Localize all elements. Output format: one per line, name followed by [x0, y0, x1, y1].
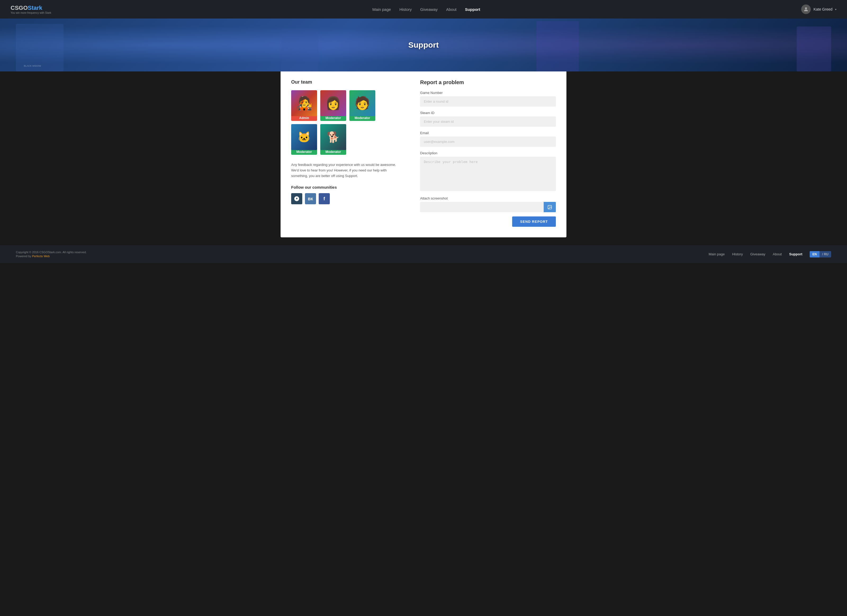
footer-nav-about[interactable]: About	[773, 252, 782, 256]
footer-nav: Main page History Giveaway About Support…	[708, 251, 831, 258]
nav-about[interactable]: About	[446, 7, 456, 12]
email-input[interactable]	[420, 137, 556, 147]
team-member-mod3: 🐱 Moderator	[291, 124, 317, 155]
team-member-mod1: 👩 Moderator	[320, 90, 346, 121]
logo[interactable]: CSGOStark You win more frequency with St…	[10, 4, 51, 14]
team-member-mod4: 🐕 Moderator	[320, 124, 346, 155]
page-wrapper: Our team 🧝 Admin 👩 Moderator	[273, 69, 574, 237]
user-icon	[803, 6, 809, 12]
hero-figure-left	[16, 24, 63, 71]
hero-label: BLACK WIDOW	[24, 65, 41, 67]
steam-id-input[interactable]	[420, 116, 556, 127]
username: Kate Greed	[813, 7, 832, 11]
nav-support[interactable]: Support	[465, 7, 480, 12]
follow-title: Follow our communities	[291, 185, 404, 189]
email-group: Email	[420, 131, 556, 147]
avatar	[801, 4, 811, 14]
perfecto-link[interactable]: Perfecto Web	[32, 255, 50, 258]
team-avatars: 🧝 Admin 👩 Moderator 🧑 Moderator	[291, 90, 404, 155]
footer-nav-support[interactable]: Support	[789, 252, 802, 256]
facebook-link[interactable]: f	[319, 193, 330, 204]
team-member-img-admin: 🧝	[291, 90, 317, 116]
screenshot-input[interactable]	[420, 202, 544, 212]
navbar: CSGOStark You win more frequency with St…	[0, 0, 847, 19]
svg-point-2	[549, 206, 549, 207]
lang-sep: /	[822, 252, 824, 256]
team-title: Our team	[291, 80, 404, 85]
team-member-img-mod1: 👩	[320, 90, 346, 116]
left-panel: Our team 🧝 Admin 👩 Moderator	[291, 80, 404, 227]
hero-figure-center-left	[281, 29, 319, 71]
footer-nav-history[interactable]: History	[732, 252, 743, 256]
logo-tagline: You win more frequency with Stark	[10, 11, 51, 14]
send-report-button[interactable]: SEND REPORT	[512, 217, 556, 227]
game-number-label: Game Number	[420, 91, 556, 95]
attach-button[interactable]	[544, 202, 556, 212]
hero-figure-center-right	[537, 21, 579, 71]
game-number-input[interactable]	[420, 96, 556, 107]
team-member-mod2: 🧑 Moderator	[350, 90, 375, 121]
vk-link[interactable]: ВК	[305, 193, 316, 204]
logo-stark: Stark	[28, 4, 42, 11]
nav-links: Main page History Giveaway About Support	[372, 7, 480, 12]
footer: Copyright © 2016 CSGOStark.com. All righ…	[0, 245, 847, 263]
copyright-text: Copyright © 2016 CSGOStark.com. All righ…	[16, 251, 87, 254]
hero-title: Support	[409, 40, 439, 50]
team-member-img-mod2: 🧑	[350, 90, 375, 116]
screenshot-group: Attach screenshot	[420, 196, 556, 212]
footer-nav-main-page[interactable]: Main page	[708, 252, 725, 256]
nav-main-page[interactable]: Main page	[372, 7, 391, 12]
chevron-down-icon: ▾	[835, 8, 837, 11]
user-menu[interactable]: Kate Greed ▾	[801, 4, 837, 14]
email-label: Email	[420, 131, 556, 135]
steam-icon	[294, 196, 300, 202]
language-switcher: EN / RU	[810, 251, 831, 258]
powered-text: Powered by Perfecto Web	[16, 255, 87, 258]
lang-en-button[interactable]: EN	[810, 251, 819, 258]
description-label: Description	[420, 151, 556, 155]
steam-id-label: Steam ID	[420, 111, 556, 115]
lang-ru-button[interactable]: / RU	[819, 251, 831, 258]
logo-csgo: CSGO	[10, 4, 28, 11]
team-member-img-mod4: 🐕	[320, 124, 346, 150]
nav-giveaway[interactable]: Giveaway	[420, 7, 438, 12]
attach-row	[420, 202, 556, 212]
form-title: Report a problem	[420, 80, 556, 85]
svg-point-0	[805, 7, 807, 9]
nav-history[interactable]: History	[400, 7, 412, 12]
steam-link[interactable]	[291, 193, 302, 204]
hero-figure-right	[797, 27, 831, 71]
steam-id-group: Steam ID	[420, 111, 556, 127]
description-group: Description	[420, 151, 556, 192]
screenshot-label: Attach screenshot	[420, 196, 556, 200]
team-member-img-mod3: 🐱	[291, 124, 317, 150]
feedback-text: Any feedback regarding your experience w…	[291, 162, 404, 178]
report-form-panel: Report a problem Game Number Steam ID Em…	[420, 80, 556, 227]
hero-banner: BLACK WIDOW Support	[0, 19, 847, 71]
image-icon	[547, 205, 552, 209]
social-links: ВК f	[291, 193, 404, 204]
game-number-group: Game Number	[420, 91, 556, 107]
description-textarea[interactable]	[420, 157, 556, 191]
content-card: Our team 🧝 Admin 👩 Moderator	[280, 69, 567, 237]
team-member-admin: 🧝 Admin	[291, 90, 317, 121]
footer-nav-giveaway[interactable]: Giveaway	[750, 252, 765, 256]
footer-left: Copyright © 2016 CSGOStark.com. All righ…	[16, 251, 87, 258]
